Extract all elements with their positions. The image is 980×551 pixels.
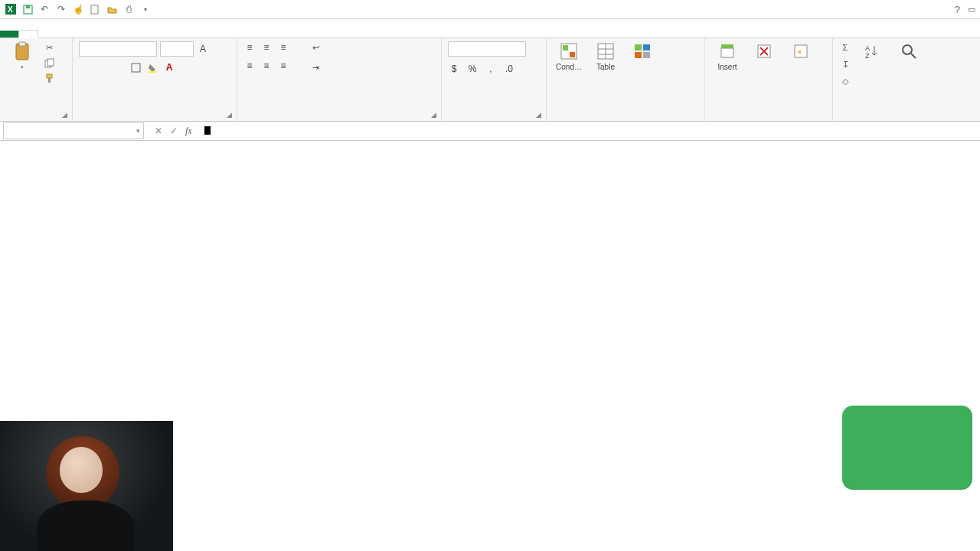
name-box[interactable] <box>3 122 144 139</box>
launcher-icon[interactable]: ◢ <box>62 111 70 119</box>
svg-text:X: X <box>8 5 13 14</box>
launcher-icon[interactable]: ◢ <box>227 111 234 119</box>
align-bottom-icon[interactable]: ≡ <box>277 41 289 54</box>
tab-view[interactable] <box>149 31 167 37</box>
cancel-formula-icon[interactable]: ✕ <box>155 126 162 136</box>
launcher-icon[interactable]: ◢ <box>536 111 544 119</box>
wrap-icon: ↩ <box>309 41 322 54</box>
new-icon[interactable] <box>89 3 101 15</box>
tab-data[interactable] <box>112 31 130 37</box>
sort-filter-icon: AZ <box>862 41 882 61</box>
tab-home[interactable] <box>18 30 38 38</box>
autosum-icon[interactable]: Σ <box>839 41 851 54</box>
svg-rect-23 <box>643 52 650 58</box>
align-middle-icon[interactable]: ≡ <box>260 41 273 54</box>
delete-cells-icon <box>754 41 774 61</box>
clipboard-icon <box>12 41 32 61</box>
block-char-icon <box>204 126 211 135</box>
insert-cells-button[interactable]: Insert <box>711 41 743 71</box>
clear-icon[interactable]: ◇ <box>839 75 851 87</box>
formula-input[interactable] <box>200 126 980 136</box>
tab-formulas[interactable] <box>93 31 112 37</box>
border-icon[interactable] <box>129 61 142 73</box>
grow-font-icon[interactable]: A <box>197 43 209 55</box>
format-table-button[interactable]: Table <box>590 41 622 71</box>
print-icon[interactable]: ⎙ <box>122 3 135 15</box>
quick-access-toolbar: X ↶ ↷ ☝ ⎙ ▾ <box>0 3 152 15</box>
ribbon: ▾ ✂ ◢ A A <box>0 38 980 122</box>
svg-text:A: A <box>865 44 870 52</box>
align-center-icon[interactable]: ≡ <box>260 60 273 72</box>
group-label-font <box>79 118 230 119</box>
tab-extrastuff[interactable] <box>38 31 57 37</box>
cell-styles-button[interactable] <box>626 41 658 63</box>
enter-formula-icon[interactable]: ✓ <box>170 126 178 136</box>
conditional-formatting-button[interactable]: Cond… <box>553 41 585 71</box>
comma-format-icon[interactable]: , <box>485 63 497 75</box>
fill-icon[interactable]: ↧ <box>839 58 851 70</box>
open-icon[interactable] <box>106 3 118 15</box>
svg-rect-11 <box>132 64 140 72</box>
launcher-icon[interactable]: ◢ <box>431 111 439 119</box>
tab-acrobat[interactable] <box>204 31 222 37</box>
delete-cells-button[interactable] <box>748 41 780 63</box>
ribbon-display-icon[interactable]: ▭ <box>968 5 975 15</box>
font-size-combo[interactable] <box>160 41 194 57</box>
fx-icon[interactable]: fx <box>185 126 192 137</box>
group-label-number <box>448 118 540 119</box>
italic-button[interactable] <box>96 61 108 73</box>
insert-cells-icon <box>717 41 737 61</box>
tab-inquire[interactable] <box>185 31 204 37</box>
format-painter-icon[interactable] <box>43 72 55 84</box>
group-label-editing <box>839 118 954 119</box>
promo-card <box>842 406 972 490</box>
format-cells-button[interactable] <box>785 41 817 63</box>
formula-bar: ✕ ✓ fx <box>0 122 980 141</box>
touch-mode-icon[interactable]: ☝ <box>72 3 84 15</box>
tab-review[interactable] <box>130 31 149 37</box>
qat-more-icon[interactable]: ▾ <box>139 3 152 15</box>
cond-format-icon <box>559 41 579 61</box>
accounting-format-icon[interactable]: $ <box>448 63 460 75</box>
tab-pagelayout[interactable] <box>75 31 93 37</box>
svg-rect-6 <box>19 42 25 46</box>
find-select-button[interactable] <box>893 41 925 64</box>
font-color-icon[interactable]: A <box>163 61 175 73</box>
redo-icon[interactable]: ↷ <box>55 3 67 15</box>
merge-center-button[interactable]: ⇥ <box>309 61 325 73</box>
percent-format-icon[interactable]: % <box>466 63 479 75</box>
group-clipboard: ▾ ✂ ◢ <box>0 38 73 121</box>
underline-button[interactable] <box>113 61 125 73</box>
svg-text:Z: Z <box>865 52 870 60</box>
align-right-icon[interactable]: ≡ <box>277 60 289 72</box>
undo-icon[interactable]: ↶ <box>38 3 51 15</box>
fill-color-icon[interactable] <box>146 61 158 73</box>
svg-rect-15 <box>570 52 575 57</box>
align-left-icon[interactable]: ≡ <box>243 60 256 72</box>
copy-icon[interactable] <box>43 57 55 69</box>
paste-button[interactable]: ▾ <box>6 41 38 70</box>
help-icon[interactable]: ? <box>955 4 960 15</box>
svg-rect-9 <box>47 74 52 78</box>
save-icon[interactable] <box>21 3 34 15</box>
tab-quickbooks[interactable] <box>222 31 240 37</box>
svg-rect-10 <box>48 78 51 83</box>
tab-insert[interactable] <box>57 31 75 37</box>
tab-team[interactable] <box>240 31 259 37</box>
increase-decimal-icon[interactable]: .0 <box>503 63 515 75</box>
bold-button[interactable] <box>79 61 91 73</box>
tab-developer[interactable] <box>167 31 185 37</box>
title-bar: X ↶ ↷ ☝ ⎙ ▾ ? ▭ <box>0 0 980 19</box>
cut-icon[interactable]: ✂ <box>43 41 55 54</box>
wrap-text-button[interactable]: ↩ <box>309 41 325 54</box>
merge-icon: ⇥ <box>309 61 322 73</box>
align-top-icon[interactable]: ≡ <box>243 41 256 54</box>
svg-line-33 <box>911 54 916 58</box>
sort-filter-button[interactable]: AZ <box>856 41 888 64</box>
find-icon <box>899 41 919 61</box>
svg-point-32 <box>903 45 912 54</box>
group-label-alignment <box>243 118 435 119</box>
group-font: A A ◢ <box>73 38 237 121</box>
tab-file[interactable] <box>0 31 18 37</box>
font-name-combo[interactable] <box>79 41 157 57</box>
